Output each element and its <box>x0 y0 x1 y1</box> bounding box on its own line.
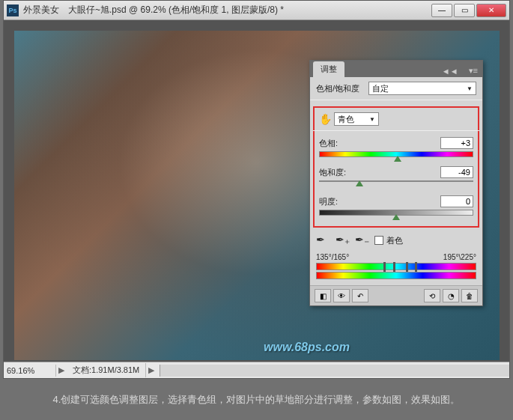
saturation-input[interactable] <box>440 166 473 178</box>
app-window: Ps 外景美女 大眼仔~旭.psd @ 69.2% (色相/饱和度 1, 图层蒙… <box>3 0 510 379</box>
preset-value: 自定 <box>372 83 389 94</box>
channel-value: 青色 <box>338 114 354 125</box>
hue-label: 色相: <box>319 138 338 149</box>
adjustment-type-label: 色相/饱和度 <box>316 83 368 94</box>
panel-tabs: 调整 ◄◄ ▾≡ <box>310 61 482 77</box>
color-range-bar-top[interactable] <box>316 263 476 270</box>
hue-slider[interactable] <box>319 151 473 159</box>
saturation-slider[interactable] <box>319 180 473 188</box>
divider <box>313 130 479 131</box>
chevron-down-icon: ▼ <box>467 85 473 92</box>
colorize-checkbox[interactable] <box>374 236 383 245</box>
zoom-arrow-icon[interactable]: ▶ <box>56 365 67 375</box>
eyedropper-add-icon[interactable]: ✒₊ <box>336 234 349 247</box>
eyedropper-subtract-icon[interactable]: ✒₋ <box>355 234 368 247</box>
range-right-value: 195°\225° <box>443 253 476 261</box>
reset-icon[interactable]: ⟲ <box>424 289 440 302</box>
saturation-label: 饱和度: <box>319 167 346 178</box>
divider <box>310 100 482 100</box>
previous-state-icon[interactable]: ↶ <box>352 289 368 302</box>
hand-tool-icon[interactable]: ✋ <box>319 113 334 125</box>
horizontal-scrollbar[interactable] <box>160 365 509 377</box>
clip-icon[interactable]: ◔ <box>443 289 459 302</box>
trash-icon[interactable]: 🗑 <box>461 289 478 302</box>
channel-dropdown[interactable]: 青色 ▼ <box>334 112 379 126</box>
lightness-input[interactable] <box>440 195 473 207</box>
panel-body: 色相/饱和度 自定 ▼ ✋ 青色 ▼ <box>310 77 482 285</box>
panel-menu-icon[interactable]: ▾≡ <box>464 64 482 77</box>
statusbar: 69.16% ▶ 文档:1.91M/3.81M ▶ <box>4 362 509 378</box>
titlebar: Ps 外景美女 大眼仔~旭.psd @ 69.2% (色相/饱和度 1, 图层蒙… <box>4 1 509 20</box>
window-controls: — ▭ ✕ <box>431 4 506 17</box>
canvas-area: www.68ps.com 调整 ◄◄ ▾≡ 色相/饱和度 自定 ▼ <box>4 20 509 362</box>
document-title: 外景美女 大眼仔~旭.psd @ 69.2% (色相/饱和度 1, 图层蒙版/8… <box>23 4 431 16</box>
tutorial-caption: 4.创建可选颜色调整图层，选择青色组，对图片中的草地部分进行调整，参数如图，效果… <box>0 393 513 407</box>
lightness-label: 明度: <box>319 196 338 207</box>
zoom-level[interactable]: 69.16% <box>4 365 56 377</box>
colorize-label: 着色 <box>386 235 403 246</box>
document-info: 文档:1.91M/3.81M <box>67 363 146 377</box>
range-left-value: 135°/165° <box>316 253 349 261</box>
highlighted-controls: ✋ 青色 ▼ 色相: <box>313 106 479 228</box>
lightness-slider[interactable] <box>319 210 473 217</box>
adjustments-panel: 调整 ◄◄ ▾≡ 色相/饱和度 自定 ▼ ✋ <box>309 60 483 306</box>
panel-footer: ◧ 👁 ↶ ⟲ ◔ 🗑 <box>310 285 482 305</box>
preset-dropdown[interactable]: 自定 ▼ <box>368 82 476 95</box>
hue-input[interactable] <box>440 137 473 149</box>
maximize-button[interactable]: ▭ <box>454 4 475 17</box>
eyedropper-icon[interactable]: ✒ <box>316 234 330 247</box>
watermark: www.68ps.com <box>264 341 350 354</box>
tab-adjustments[interactable]: 调整 <box>313 61 344 77</box>
visibility-icon[interactable]: 👁 <box>333 289 350 302</box>
app-icon: Ps <box>7 4 19 16</box>
chevron-down-icon: ▼ <box>369 116 375 123</box>
layer-toggle-icon[interactable]: ◧ <box>315 289 331 302</box>
minimize-button[interactable]: — <box>431 4 452 17</box>
color-range-bar-bottom <box>316 272 476 279</box>
close-button[interactable]: ✕ <box>476 4 506 17</box>
info-arrow-icon[interactable]: ▶ <box>146 365 157 375</box>
panel-collapse-icon[interactable]: ◄◄ <box>439 65 461 77</box>
